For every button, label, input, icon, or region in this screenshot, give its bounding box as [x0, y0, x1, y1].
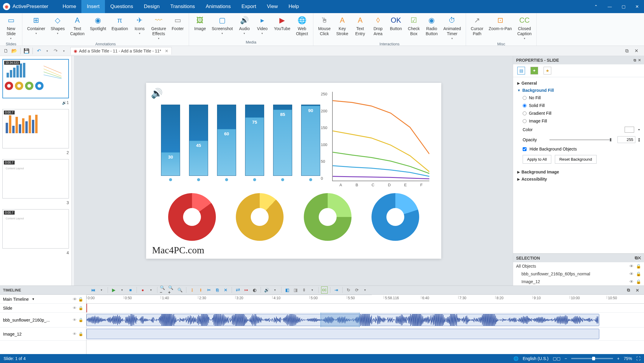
- donut-chart[interactable]: [371, 193, 419, 241]
- undo-dropdown-icon[interactable]: ▾: [43, 47, 51, 55]
- properties-pin-icon[interactable]: ⧉: [634, 58, 636, 62]
- track-label[interactable]: bbb_sunflower_2160p_...👁🔒: [0, 313, 86, 328]
- lock-icon[interactable]: 🔒: [636, 272, 641, 276]
- selection-pin-icon[interactable]: ⧉: [635, 255, 638, 260]
- slide-thumbnail[interactable]: 10:34.533: [2, 59, 69, 98]
- ribbon-check-box[interactable]: ☑CheckBox: [405, 14, 422, 38]
- lock-icon[interactable]: 🔒: [78, 318, 83, 322]
- ribbon-animated-timer[interactable]: ⏱AnimatedTimer▾: [441, 14, 463, 41]
- tl-adjust-icon[interactable]: ⬍: [301, 286, 308, 294]
- ribbon-gesture-effects[interactable]: 〰GestureEffects▾: [149, 14, 168, 41]
- ribbon-text-entry[interactable]: ATextEntry: [352, 14, 369, 38]
- tl-marker-icon[interactable]: ⇥: [333, 286, 340, 294]
- lock-icon[interactable]: 🔒: [636, 279, 641, 284]
- section-general[interactable]: ▶ General: [517, 80, 640, 87]
- properties-close-icon[interactable]: ✕: [638, 58, 641, 62]
- image-clip[interactable]: [86, 329, 599, 339]
- ribbon-footer[interactable]: ▭Footer: [169, 14, 186, 32]
- stepper-icon[interactable]: ▴▾: [638, 137, 640, 142]
- visibility-icon[interactable]: 👁: [629, 279, 634, 284]
- menu-home[interactable]: Home: [57, 0, 81, 13]
- timeline-selection[interactable]: [321, 313, 360, 327]
- ribbon-text-caption[interactable]: ATextCaption: [68, 14, 87, 38]
- ribbon-key-stroke[interactable]: AKeyStroke: [334, 14, 351, 38]
- maximize-button[interactable]: ▢: [617, 0, 630, 13]
- ribbon-audio[interactable]: 🔊Audio▾: [236, 14, 253, 36]
- visibility-icon[interactable]: 👁: [73, 318, 77, 322]
- timeline-tracks[interactable]: 0:000:501:402:303:204:105:005:505:58.116…: [86, 295, 644, 354]
- save-icon[interactable]: 💾: [22, 47, 31, 55]
- panel-close-icon[interactable]: ✕: [632, 47, 640, 55]
- tl-cc-icon[interactable]: CC: [321, 286, 328, 294]
- tl-play-dropdown[interactable]: ▾: [119, 286, 126, 294]
- section-background-fill[interactable]: ▼ Background Fill: [517, 87, 640, 94]
- color-swatch[interactable]: [625, 127, 634, 133]
- ribbon-radio-button[interactable]: ◉RadioButton: [423, 14, 440, 38]
- selection-item[interactable]: Image_12👁🔒: [513, 278, 644, 286]
- selection-close-icon[interactable]: ✕: [638, 255, 641, 260]
- line-chart[interactable]: 050100150200250 ABCDEF: [332, 92, 429, 181]
- opacity-input[interactable]: [617, 136, 635, 143]
- ribbon-web-object[interactable]: 🌐WebObject: [293, 14, 311, 38]
- tl-zoom-out-icon[interactable]: 🔍−: [160, 286, 167, 294]
- ribbon-image[interactable]: 🖼Image: [191, 14, 209, 32]
- track-label[interactable]: Slide👁🔒: [0, 304, 86, 313]
- zoom-in-button[interactable]: +: [617, 356, 620, 361]
- ribbon-screenshot[interactable]: ▢Screenshot▾: [209, 14, 235, 36]
- visibility-icon[interactable]: 👁: [629, 264, 634, 269]
- canvas-area[interactable]: 🔊 304560758590 050100150200250 ABCDEF Ma…: [75, 56, 513, 286]
- track-label[interactable]: Image_12👁🔒: [0, 328, 86, 341]
- lock-icon[interactable]: 🔒: [78, 332, 83, 336]
- ribbon-mouse-click[interactable]: 🖱MouseClick: [316, 14, 333, 38]
- tl-snap-icon[interactable]: ⫱: [189, 286, 196, 294]
- section-accessibility[interactable]: ▶ Accessibility: [517, 176, 640, 183]
- ribbon-icons[interactable]: ✈Icons▾: [131, 14, 148, 36]
- redo-dropdown-icon[interactable]: ▾: [60, 47, 68, 55]
- ribbon-youtube[interactable]: ▶YouTube: [272, 14, 293, 32]
- tl-brightness-icon[interactable]: ◧: [284, 286, 291, 294]
- fill-option-no-fill[interactable]: No Fill: [517, 94, 640, 102]
- slide-thumbnail[interactable]: 0:00.7: [2, 109, 69, 148]
- undo-icon[interactable]: ↶: [35, 47, 43, 55]
- tl-copy-icon[interactable]: ⎘: [214, 286, 221, 294]
- slide-thumbnail[interactable]: 0:00.7Content Layout: [2, 209, 69, 249]
- menu-transitions[interactable]: Transitions: [165, 0, 200, 13]
- timeline-close-icon[interactable]: ✕: [634, 287, 641, 294]
- tl-sync-dropdown[interactable]: ▾: [362, 286, 369, 294]
- tl-delete-icon[interactable]: ✕: [222, 286, 229, 294]
- view-switcher-icon[interactable]: ▢▢: [553, 356, 561, 361]
- tl-skip-start-dropdown[interactable]: ▾: [98, 286, 105, 294]
- menu-insert[interactable]: Insert: [81, 0, 105, 13]
- selection-item[interactable]: All Objects👁🔒: [513, 262, 644, 270]
- tl-record-icon[interactable]: ●: [139, 286, 146, 294]
- selection-item[interactable]: bbb_sunflower_2160p_60fps_normal👁🔒: [513, 270, 644, 278]
- tl-zoom-in-icon[interactable]: 🔍+: [168, 286, 175, 294]
- tl-contrast-icon[interactable]: ◨: [292, 286, 299, 294]
- prop-tab-interactivity[interactable]: ✦: [530, 67, 538, 75]
- apply-to-all-button[interactable]: Apply to All: [523, 155, 551, 164]
- ribbon-container[interactable]: ⊞Container▾: [25, 14, 48, 36]
- ribbon-closed-caption[interactable]: CCClosedCaption▾: [515, 14, 534, 41]
- ribbon-drop-area[interactable]: ◊DropArea: [369, 14, 387, 38]
- track-image[interactable]: [86, 328, 644, 341]
- section-background-image[interactable]: ▶ Background Image: [517, 168, 640, 176]
- visibility-icon[interactable]: 👁: [629, 272, 634, 276]
- visibility-icon[interactable]: 👁: [73, 306, 77, 310]
- slide-canvas[interactable]: 🔊 304560758590 050100150200250 ABCDEF Ma…: [146, 83, 441, 259]
- menu-animations[interactable]: Animations: [200, 0, 236, 13]
- tl-adjust-dropdown[interactable]: ▾: [309, 286, 316, 294]
- ribbon-new-slide[interactable]: ▭NewSlide▾: [2, 14, 20, 41]
- lock-icon[interactable]: 🔒: [78, 306, 83, 310]
- reset-background-button[interactable]: Reset Background: [555, 155, 597, 164]
- lock-icon[interactable]: 🔒: [636, 264, 641, 269]
- slide-thumbnail[interactable]: 0:00.7Content Layout: [2, 159, 69, 198]
- hide-bg-checkbox[interactable]: [523, 147, 527, 151]
- open-icon[interactable]: 📂: [10, 47, 18, 55]
- splitter-vertical[interactable]: [72, 56, 75, 286]
- track-slide[interactable]: [86, 304, 644, 313]
- tl-stop-icon[interactable]: ■: [127, 286, 134, 294]
- prop-tab-misc[interactable]: ★: [544, 67, 551, 75]
- visibility-icon[interactable]: 👁: [73, 332, 77, 336]
- close-tab-icon[interactable]: ✕: [165, 49, 168, 53]
- menu-export[interactable]: Export: [236, 0, 261, 13]
